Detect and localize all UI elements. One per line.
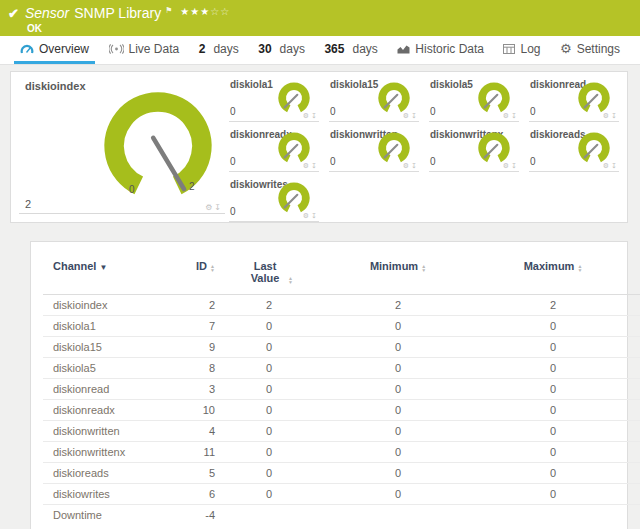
gauge-pin-icon[interactable]: ↧ [311, 112, 317, 120]
edit-channel-button[interactable] [633, 316, 640, 337]
tab-label: Historic Data [415, 42, 484, 56]
column-label: Channel [53, 260, 96, 272]
gauge-pin-icon[interactable]: ↧ [511, 162, 517, 170]
channel-gauge-diskionreadx[interactable]: diskionreadx 0 ⚙ ↧ [227, 124, 327, 174]
tab-days[interactable]: 30days [252, 36, 311, 64]
gauge-gear-icon[interactable]: ⚙ [303, 162, 309, 170]
channel-gauge-value: 0 [330, 156, 336, 167]
max-cell: 0 [473, 463, 633, 484]
gauge-pin-icon[interactable]: ↧ [214, 203, 221, 212]
edit-channel-button[interactable] [633, 463, 640, 484]
gauge-pin-icon[interactable]: ↧ [611, 112, 617, 120]
channel-cell: diskioreads [43, 463, 173, 484]
tab-days[interactable]: 365days [318, 36, 383, 64]
channel-gauge-value: 0 [330, 106, 336, 117]
column-label: ID [196, 260, 207, 272]
channel-gauge-diskioreads[interactable]: diskioreads 0 ⚙ ↧ [527, 124, 627, 174]
gauge-gear-icon[interactable]: ⚙ [303, 112, 309, 120]
edit-channel-button[interactable] [633, 400, 640, 421]
channel-gauge-diskiola5[interactable]: diskiola5 0 ⚙ ↧ [427, 74, 527, 124]
tab-number: 365 [324, 42, 344, 56]
tab-label: Live Data [129, 42, 180, 56]
channel-gauge-value: 0 [230, 156, 236, 167]
edit-channel-button[interactable] [633, 421, 640, 442]
column-label: Maximum [524, 260, 575, 272]
column-header-maximum[interactable]: Maximum▲▼ [473, 252, 633, 295]
tab-number: 2 [199, 42, 206, 56]
priority-stars[interactable]: ★★★☆☆ [180, 4, 230, 20]
gauge-gear-icon[interactable]: ⚙ [503, 112, 509, 120]
main-gauge-value: 2 [25, 198, 31, 210]
gauge-pin-icon[interactable]: ↧ [311, 162, 317, 170]
tab-historic-data[interactable]: Historic Data [391, 36, 490, 64]
main-gauge-cell[interactable]: diskioindex 0 2 2 ⚙ ↧ [11, 72, 227, 222]
table-row-diskiowrites: diskiowrites6000 [43, 484, 640, 505]
gauge-pin-icon[interactable]: ↧ [411, 162, 417, 170]
max-cell: 0 [473, 379, 633, 400]
main-gauge-scale-max: 2 [189, 181, 195, 192]
channel-table: Channel▼ID▲▼Last Value▲▼Minimum▲▼Maximum… [43, 252, 640, 526]
flag-icon[interactable]: ⚑ [165, 3, 172, 19]
gauge-pin-icon[interactable]: ↧ [311, 212, 317, 220]
tab-overview[interactable]: Overview [14, 36, 95, 64]
min-cell: 0 [323, 463, 473, 484]
status-badge: OK [27, 23, 230, 34]
sort-icon: ▲▼ [210, 264, 215, 272]
edit-channel-button[interactable] [633, 379, 640, 400]
channel-cell: diskioindex [43, 295, 173, 316]
main-gauge-scale-min: 0 [129, 184, 135, 195]
signal-icon [109, 44, 124, 54]
gauge-pin-icon[interactable]: ↧ [611, 162, 617, 170]
gauge-gear-icon[interactable]: ⚙ [403, 112, 409, 120]
gauge-gear-icon[interactable]: ⚙ [303, 212, 309, 220]
gauge-gear-icon[interactable]: ⚙ [403, 162, 409, 170]
gauge-gear-icon[interactable]: ⚙ [503, 162, 509, 170]
gauge-pin-icon[interactable]: ↧ [411, 112, 417, 120]
channel-gauge-diskiola15[interactable]: diskiola15 0 ⚙ ↧ [327, 74, 427, 124]
max-cell: 0 [473, 316, 633, 337]
stars-filled: ★★★ [180, 6, 210, 17]
channel-gauge-diskiola1[interactable]: diskiola1 0 ⚙ ↧ [227, 74, 327, 124]
gauge-pin-icon[interactable]: ↧ [511, 112, 517, 120]
max-cell: 0 [473, 484, 633, 505]
channel-gauge-value: 0 [230, 206, 236, 217]
channel-cell: diskionwrittenx [43, 442, 173, 463]
tab-log[interactable]: Log [497, 36, 546, 64]
table-row-diskionread: diskionread3000 [43, 379, 640, 400]
max-cell: 0 [473, 400, 633, 421]
channel-table-panel: Channel▼ID▲▼Last Value▲▼Minimum▲▼Maximum… [30, 241, 628, 529]
tab-label: Log [520, 42, 540, 56]
max-cell [473, 505, 633, 526]
column-label: Last Value [245, 260, 285, 284]
chart-icon [397, 44, 410, 54]
edit-channel-button[interactable] [633, 442, 640, 463]
tab-settings[interactable]: ⚙Settings [554, 36, 626, 64]
channel-gauge-diskionread[interactable]: diskionread 0 ⚙ ↧ [527, 74, 627, 124]
channel-gauge-diskionwrittenx[interactable]: diskionwrittenx 0 ⚙ ↧ [427, 124, 527, 174]
gauge-icon [20, 44, 34, 54]
tab-label: days [213, 42, 238, 56]
last-cell: 0 [215, 358, 323, 379]
column-header-channel[interactable]: Channel▼ [43, 252, 173, 295]
gauge-gear-icon[interactable]: ⚙ [603, 162, 609, 170]
column-header-id[interactable]: ID▲▼ [173, 252, 215, 295]
tab-days[interactable]: 2days [193, 36, 245, 64]
min-cell: 0 [323, 484, 473, 505]
small-gauges-grid: diskiola1 0 ⚙ ↧ diskiola15 0 ⚙ ↧ diskiol… [227, 72, 627, 222]
edit-channel-button[interactable] [633, 358, 640, 379]
edit-channel-button[interactable] [633, 295, 640, 316]
min-cell: 0 [323, 316, 473, 337]
sorted-caret-icon: ▼ [99, 263, 107, 272]
tab-live-data[interactable]: Live Data [103, 36, 186, 64]
edit-channel-button[interactable] [633, 484, 640, 505]
channel-gauge-diskionwritten[interactable]: diskionwritten 0 ⚙ ↧ [327, 124, 427, 174]
id-cell: 8 [173, 358, 215, 379]
column-header-minimum[interactable]: Minimum▲▼ [323, 252, 473, 295]
gauge-gear-icon[interactable]: ⚙ [603, 112, 609, 120]
edit-channel-button[interactable] [633, 505, 640, 526]
channel-gauge-diskiowrites[interactable]: diskiowrites 0 ⚙ ↧ [227, 174, 327, 224]
last-cell: 0 [215, 337, 323, 358]
column-header-last-value[interactable]: Last Value▲▼ [215, 252, 323, 295]
gauge-gear-icon[interactable]: ⚙ [205, 203, 212, 212]
edit-channel-button[interactable] [633, 337, 640, 358]
